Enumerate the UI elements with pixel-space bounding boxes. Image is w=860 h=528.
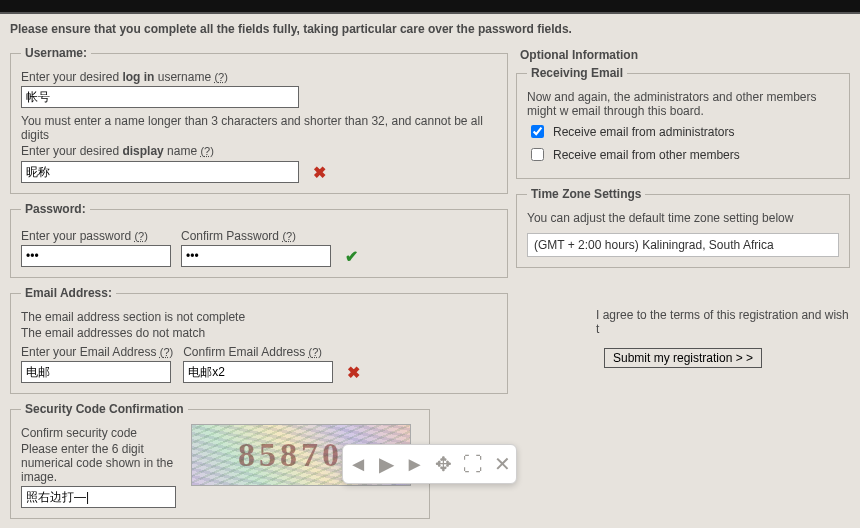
move-icon[interactable]: ✥ [435, 454, 452, 474]
security-line1: Confirm security code [21, 426, 181, 440]
timezone-select[interactable]: (GMT + 2:00 hours) Kaliningrad, South Af… [527, 233, 839, 257]
password-fieldset: Password: Enter your password (?) Confir… [10, 202, 508, 278]
security-line2: Please enter the 6 digit numerical code … [21, 442, 181, 484]
window-titlebar [0, 0, 860, 14]
cb-admin-label: Receive email from administrators [553, 125, 734, 139]
expand-icon[interactable]: ⛶ [463, 454, 483, 474]
receiving-email-fieldset: Receiving Email Now and again, the admin… [516, 66, 850, 179]
cb-admin-emails[interactable] [531, 125, 544, 138]
help-icon[interactable]: (?) [214, 71, 227, 83]
submit-button[interactable]: Submit my registration > > [604, 348, 762, 368]
success-icon: ✔ [345, 247, 358, 266]
play-icon[interactable]: ▶ [379, 454, 394, 474]
help-icon[interactable]: (?) [309, 346, 322, 358]
form-instruction: Please ensure that you complete all the … [10, 20, 850, 42]
prev-icon[interactable]: ◄ [348, 454, 368, 474]
confirm-email-input[interactable] [183, 361, 333, 383]
security-legend: Security Code Confirmation [21, 402, 188, 416]
error-icon: ✖ [313, 163, 326, 182]
login-username-label: Enter your desired log in username (?) [21, 70, 497, 84]
timezone-legend: Time Zone Settings [527, 187, 645, 201]
email-error-2: The email addresses do not match [21, 326, 497, 340]
receiving-desc: Now and again, the administrators and ot… [527, 90, 839, 118]
optional-heading: Optional Information [520, 48, 850, 62]
help-icon[interactable]: (?) [134, 230, 147, 242]
agree-text: I agree to the terms of this registratio… [516, 308, 850, 336]
cb-member-label: Receive email from other members [553, 148, 740, 162]
password-legend: Password: [21, 202, 90, 216]
username-rule: You must enter a name longer than 3 char… [21, 114, 497, 142]
email-legend: Email Address: [21, 286, 116, 300]
password-label: Enter your password [21, 229, 134, 243]
email-fieldset: Email Address: The email address section… [10, 286, 508, 394]
error-icon: ✖ [347, 363, 360, 382]
display-name-label: Enter your desired display name (?) [21, 144, 497, 158]
email-input[interactable] [21, 361, 171, 383]
username-legend: Username: [21, 46, 91, 60]
close-icon[interactable]: ✕ [494, 454, 511, 474]
timezone-desc: You can adjust the default time zone set… [527, 211, 839, 225]
cb-member-emails[interactable] [531, 148, 544, 161]
login-username-input[interactable] [21, 86, 299, 108]
security-code-input[interactable] [21, 486, 176, 508]
receiving-legend: Receiving Email [527, 66, 627, 80]
help-icon[interactable]: (?) [282, 230, 295, 242]
password-input[interactable] [21, 245, 171, 267]
username-fieldset: Username: Enter your desired log in user… [10, 46, 508, 194]
confirm-email-label: Confirm Email Address [183, 345, 308, 359]
confirm-password-input[interactable] [181, 245, 331, 267]
next-icon[interactable]: ► [405, 454, 425, 474]
email-error-1: The email address section is not complet… [21, 310, 497, 324]
email-label: Enter your Email Address [21, 345, 160, 359]
confirm-password-label: Confirm Password [181, 229, 282, 243]
help-icon[interactable]: (?) [160, 346, 173, 358]
timezone-fieldset: Time Zone Settings You can adjust the de… [516, 187, 850, 268]
help-icon[interactable]: (?) [200, 145, 213, 157]
display-name-input[interactable] [21, 161, 299, 183]
image-viewer-toolbar: ◄ ▶ ► ✥ ⛶ ✕ [342, 444, 517, 484]
